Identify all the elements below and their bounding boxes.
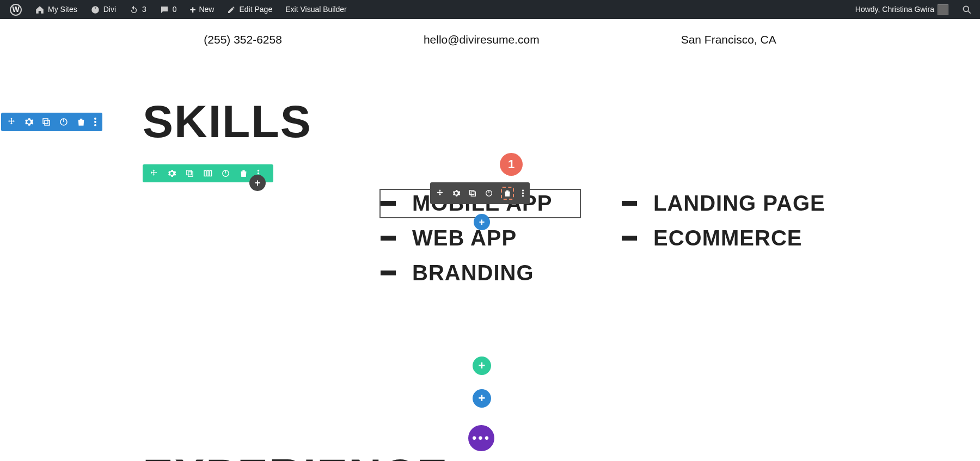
svg-point-20: [522, 192, 524, 194]
duplicate-icon[interactable]: [185, 169, 194, 178]
dash-icon: [381, 201, 396, 206]
svg-rect-1: [43, 119, 48, 124]
dash-icon: [381, 236, 396, 241]
trash-icon[interactable]: [239, 169, 248, 178]
svg-point-13: [258, 170, 259, 171]
howdy-menu[interactable]: Howdy, Christina Gwira: [850, 0, 954, 19]
skill-label: WEB APP: [412, 226, 517, 250]
new-label: New: [199, 0, 214, 19]
wordpress-icon: W: [10, 4, 22, 16]
power-icon[interactable]: [59, 117, 69, 127]
avatar: [938, 4, 948, 15]
wp-adminbar: W My Sites Divi 3 0 + New Edit Page Exit…: [0, 0, 980, 19]
svg-rect-9: [204, 171, 206, 176]
gear-icon[interactable]: [167, 169, 176, 178]
trash-icon[interactable]: [76, 117, 86, 127]
row-toolbar[interactable]: +: [143, 164, 273, 182]
more-icon[interactable]: [522, 189, 524, 198]
dash-icon: [622, 201, 637, 206]
move-icon[interactable]: [149, 169, 158, 178]
my-sites-label: My Sites: [48, 0, 77, 19]
email-text: hello@diviresume.com: [424, 33, 540, 46]
experience-heading: EXPERIENCE: [143, 449, 449, 461]
dash-icon: [622, 236, 637, 241]
more-icon[interactable]: [94, 117, 97, 127]
pencil-icon: [227, 5, 236, 14]
site-menu[interactable]: Divi: [85, 0, 121, 19]
plus-icon: +: [190, 0, 196, 19]
module-toolbar[interactable]: [430, 182, 530, 204]
columns-icon[interactable]: [203, 169, 212, 178]
svg-rect-2: [45, 120, 50, 125]
add-module-button[interactable]: +: [474, 214, 490, 230]
comment-icon: [160, 5, 169, 15]
duplicate-icon[interactable]: [468, 189, 477, 198]
refresh-icon: [129, 5, 139, 15]
updates-menu[interactable]: 3: [124, 0, 152, 19]
dash-icon: [381, 271, 396, 275]
phone-text: (255) 352-6258: [204, 33, 282, 46]
power-icon[interactable]: [485, 189, 493, 198]
my-sites-menu[interactable]: My Sites: [29, 0, 83, 19]
divi-options-fab[interactable]: •••: [468, 425, 494, 451]
search-icon: [961, 4, 972, 15]
exit-vb-link[interactable]: Exit Visual Builder: [280, 0, 352, 19]
move-icon[interactable]: [436, 189, 444, 198]
edit-page-link[interactable]: Edit Page: [222, 0, 278, 19]
edit-page-label: Edit Page: [239, 0, 272, 19]
gear-icon[interactable]: [24, 117, 34, 127]
add-row-button[interactable]: +: [473, 356, 491, 375]
gear-icon[interactable]: [452, 189, 461, 198]
search-button[interactable]: [958, 0, 976, 19]
svg-rect-8: [188, 172, 193, 177]
svg-point-5: [94, 121, 96, 123]
new-menu[interactable]: + New: [185, 0, 220, 19]
svg-rect-17: [471, 192, 475, 196]
power-icon[interactable]: [221, 169, 230, 178]
skill-label: ECOMMERCE: [653, 226, 802, 250]
skill-item[interactable]: ECOMMERCE: [622, 226, 802, 250]
add-column-button[interactable]: +: [249, 175, 266, 191]
home-icon: [35, 5, 45, 15]
svg-rect-16: [470, 190, 474, 195]
howdy-label: Howdy, Christina Gwira: [855, 0, 934, 19]
gauge-icon: [90, 5, 100, 15]
move-icon[interactable]: [7, 117, 16, 127]
section-toolbar[interactable]: [1, 113, 102, 131]
skill-label: BRANDING: [412, 261, 534, 285]
exit-vb-label: Exit Visual Builder: [285, 0, 347, 19]
svg-point-19: [522, 189, 524, 191]
location-text: San Francisco, CA: [681, 33, 776, 46]
updates-count: 3: [142, 0, 146, 19]
svg-point-14: [258, 173, 259, 174]
svg-point-6: [94, 124, 96, 126]
svg-rect-11: [210, 171, 212, 176]
skill-item[interactable]: LANDING PAGE: [622, 191, 825, 216]
skill-label: LANDING PAGE: [653, 191, 825, 216]
skill-item[interactable]: WEB APP: [381, 226, 517, 250]
svg-rect-7: [187, 170, 192, 175]
svg-point-4: [94, 118, 96, 120]
svg-point-0: [963, 6, 969, 11]
comments-count: 0: [173, 0, 177, 19]
trash-icon[interactable]: [501, 187, 514, 200]
callout-marker: 1: [500, 153, 523, 176]
skills-heading: SKILLS: [143, 95, 980, 148]
contact-row: (255) 352-6258 hello@diviresume.com San …: [0, 30, 980, 95]
comments-menu[interactable]: 0: [154, 0, 182, 19]
duplicate-icon[interactable]: [41, 117, 51, 127]
svg-point-21: [522, 195, 524, 196]
page-content: (255) 352-6258 hello@diviresume.com San …: [0, 19, 980, 182]
wp-logo[interactable]: W: [4, 0, 27, 19]
site-label: Divi: [103, 0, 116, 19]
svg-rect-10: [207, 171, 209, 176]
skill-item[interactable]: BRANDING: [381, 261, 534, 285]
add-section-button[interactable]: +: [473, 389, 491, 408]
